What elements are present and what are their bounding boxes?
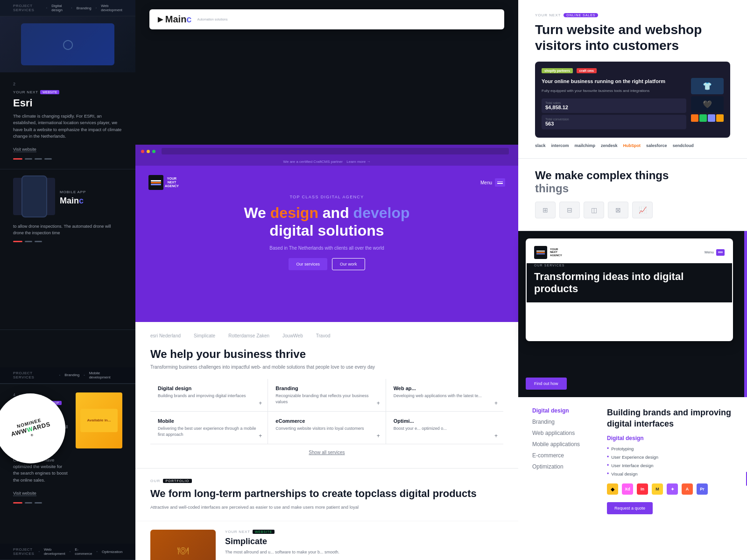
- client-logos: esri Nederland Simplicate Rotterdamse Za…: [150, 333, 503, 338]
- hamburger-icon[interactable]: [495, 178, 505, 187]
- left-column: PROJECT SERVICES · Digital design · Bran…: [0, 0, 135, 560]
- client-jouwweb: JouwWeb: [282, 333, 303, 338]
- premiere-icon: Pr: [697, 483, 708, 495]
- dark-services-card: YOURNEXTAGENCY Menu OUR SERVICES Transfo…: [518, 231, 747, 398]
- logo-text: YOUR NEXT AGENCY: [165, 177, 179, 188]
- nav-branding[interactable]: Branding: [532, 419, 598, 425]
- green-w: W: [26, 425, 33, 434]
- bar-yellow: [716, 114, 724, 122]
- show-all-services[interactable]: Show all services: [150, 444, 503, 461]
- mobile-dot-3: [35, 241, 42, 242]
- shopify-main: Your online business running on the righ…: [542, 78, 724, 131]
- esri-badge-pre: YOUR NEXT: [13, 90, 38, 94]
- strackk-dot-2: [25, 502, 32, 504]
- browser-bar: [135, 145, 518, 158]
- strackk-dot-nav: [13, 502, 122, 504]
- simplicate-section: 🍽 YOUR NEXT WEBSITE Simplicate The most …: [135, 521, 518, 560]
- shopify-header: shopify partners craft cms: [542, 68, 724, 73]
- design-sub-title: Digital design: [607, 435, 733, 441]
- client-travod: Travod: [316, 333, 331, 338]
- service-digital-design[interactable]: Digital design Building brands and impro…: [150, 379, 268, 411]
- menu-label: Menu: [480, 180, 492, 185]
- total-orders-stat: Total conversion 563: [542, 115, 686, 129]
- complex-things-sub: things: [535, 182, 569, 195]
- hero-menu[interactable]: Menu: [480, 178, 505, 187]
- strackk-visit-link[interactable]: Visit website: [13, 491, 36, 496]
- integration-mailchimp: mailchimp: [575, 143, 596, 148]
- esri-badge: YOUR NEXT WEBSITE: [13, 90, 122, 94]
- design-list: Prototyping User Experience design User …: [607, 445, 733, 477]
- esri-card: 2 YOUR NEXT WEBSITE Esri The climate is …: [0, 72, 135, 169]
- online-sales-type: ONLINE SALES: [564, 13, 598, 17]
- service-arrow-6: +: [494, 433, 498, 439]
- miro-icon: M: [652, 483, 663, 495]
- nav-web-apps[interactable]: Web applications: [532, 430, 598, 436]
- service-mobile[interactable]: Mobile Delivering the best user experien…: [150, 412, 268, 444]
- mobile-dot-1: [13, 241, 22, 242]
- service-branding[interactable]: Branding Recognizable branding that refl…: [268, 379, 385, 411]
- request-quote-button[interactable]: Request a quote: [607, 502, 653, 514]
- tshirt-dark-icon: 🖤: [691, 96, 724, 112]
- service-optim[interactable]: Optimi... Boost your e... optimized o...…: [386, 412, 503, 444]
- design-nav: Digital design Branding Web applications…: [532, 407, 598, 543]
- portfolio-label-pre: OUR: [150, 479, 160, 483]
- design-panel: Digital design Branding Web applications…: [518, 397, 747, 560]
- design-list-ui: User Interface design: [607, 462, 733, 469]
- portfolio-section: OUR PORTFOLIO We form long-term partners…: [135, 468, 518, 521]
- integration-zendesk: zendesk: [601, 143, 618, 148]
- service-name-1: Digital design: [158, 385, 260, 391]
- complex-title: We make complex things things: [535, 169, 730, 195]
- design-list-visual: Visual design: [607, 470, 733, 477]
- integration-intercom: intercom: [551, 143, 569, 148]
- mobile-dot-nav: [13, 241, 122, 242]
- service-desc-5: Converting website visitors into loyal c…: [275, 426, 378, 432]
- hero-headline: We design and develop digital solutions: [244, 204, 409, 240]
- right-column: YOUR NEXT ONLINE SALES Turn website and …: [518, 0, 747, 560]
- project-strip-top: PROJECT SERVICES · Digital design · Bran…: [0, 0, 135, 16]
- bottom-strip: PROJECT SERVICES · Web development · E-c…: [0, 544, 135, 560]
- hero-sub: Based in The Netherlands with clients al…: [269, 245, 384, 251]
- online-sales-card: YOUR NEXT ONLINE SALES Turn website and …: [518, 0, 747, 159]
- service-desc-1: Building brands and improving digital in…: [158, 393, 260, 399]
- figma-icon: ✦: [667, 483, 678, 495]
- online-sales-badge: YOUR NEXT ONLINE SALES: [535, 13, 730, 17]
- services-hamburger[interactable]: [716, 249, 725, 256]
- design-list-prototyping: Prototyping: [607, 445, 733, 452]
- nav-digital-design[interactable]: Digital design: [532, 407, 598, 414]
- nav-optimization[interactable]: Optimization: [532, 463, 598, 470]
- dot-2: [25, 158, 32, 160]
- service-arrow-5: +: [377, 433, 380, 439]
- certif-learn[interactable]: Learn more →: [346, 160, 370, 164]
- shopify-card: shopify partners craft cms Your online b…: [535, 62, 730, 137]
- services-browser-bar: YOURNEXTAGENCY Menu: [534, 246, 725, 259]
- strip-tag-design: Digital design: [51, 4, 67, 12]
- strackk-strip: PROJECT SERVICES · Branding · Mobile dev…: [0, 367, 135, 384]
- nav-mobile-apps[interactable]: Mobile applications: [532, 441, 598, 448]
- service-arrow-4: +: [259, 433, 262, 439]
- esri-visit-link[interactable]: Visit website: [13, 147, 36, 152]
- indesign-icon: In: [637, 483, 648, 495]
- find-out-button[interactable]: Find out how: [526, 378, 567, 390]
- service-ecommerce[interactable]: eCommerce Converting website visitors in…: [268, 412, 385, 444]
- bottom-tag-2: E-commerce: [75, 547, 92, 556]
- hero-develop-word: develop: [353, 204, 410, 221]
- bar-purple: [708, 114, 715, 122]
- total-sales-value: $4,858.12: [545, 105, 683, 110]
- services-browser-window: YOURNEXTAGENCY Menu OUR SERVICES Transfo…: [526, 238, 733, 341]
- simplicate-content: YOUR NEXT WEBSITE Simplicate The most al…: [225, 530, 503, 560]
- service-webapp[interactable]: Web ap... Developing web applications wi…: [386, 379, 503, 411]
- browser-dot-green: [152, 150, 155, 153]
- services-logo-text: YOURNEXTAGENCY: [550, 248, 562, 257]
- logo-block: [148, 175, 163, 190]
- design-list-ux: User Experience design: [607, 454, 733, 460]
- services-button[interactable]: Our services: [289, 258, 327, 270]
- nav-ecommerce[interactable]: E-commerce: [532, 452, 598, 459]
- work-button[interactable]: Our work: [332, 258, 365, 270]
- service-desc-2: Recognizable branding that reflects your…: [275, 393, 378, 405]
- after-effects-icon: A: [682, 483, 693, 495]
- wireframe-2: ⊟: [559, 202, 580, 218]
- mobile-app-card: MOBILE APP Mainc to allow drone inspecti…: [0, 169, 135, 330]
- wireframe-3: ◫: [584, 202, 604, 218]
- hero-buttons: Our services Our work: [289, 258, 365, 270]
- services-grid: Digital design Building brands and impro…: [150, 379, 503, 444]
